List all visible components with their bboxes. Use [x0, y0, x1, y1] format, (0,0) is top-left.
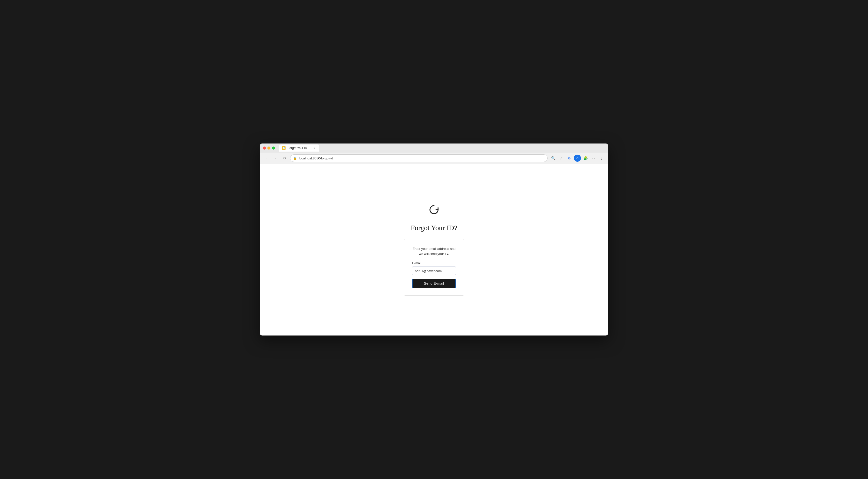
- search-icon: 🔍: [551, 156, 555, 160]
- minimize-button[interactable]: [267, 147, 270, 150]
- email-input[interactable]: [412, 267, 456, 275]
- cast-icon: ▭: [592, 157, 595, 160]
- maximize-button[interactable]: [272, 147, 275, 150]
- active-tab[interactable]: 📄 Forgot Your ID ×: [279, 145, 319, 152]
- lock-icon: 🔒: [293, 157, 297, 160]
- star-icon: ☆: [560, 156, 563, 160]
- reload-icon: ↻: [283, 156, 286, 160]
- cast-button[interactable]: ▭: [590, 155, 597, 162]
- close-button[interactable]: [263, 147, 266, 150]
- bookmark-button[interactable]: ☆: [558, 155, 565, 162]
- email-label: E-mail: [412, 261, 456, 265]
- profile-icon: C: [577, 157, 579, 160]
- extensions-icon: 🧩: [584, 156, 588, 160]
- reload-button[interactable]: ↻: [281, 155, 288, 162]
- tab-favicon: 📄: [282, 146, 285, 150]
- form-description: Enter your email address and we will sen…: [412, 246, 456, 256]
- page-heading: Forgot Your ID?: [411, 224, 457, 232]
- url-text: localhost:8080/forgot-id: [299, 156, 333, 160]
- url-bar[interactable]: 🔒 localhost:8080/forgot-id: [290, 154, 548, 162]
- browser-window: 📄 Forgot Your ID × + ‹ › ↻ 🔒 localhost:8…: [260, 144, 608, 335]
- page-content: Forgot Your ID? Enter your email address…: [260, 164, 608, 335]
- address-bar: ‹ › ↻ 🔒 localhost:8080/forgot-id 🔍 ☆ G C: [260, 153, 608, 164]
- extensions-button[interactable]: 🧩: [582, 155, 589, 162]
- forward-icon: ›: [275, 156, 276, 160]
- traffic-lights: [263, 147, 275, 150]
- menu-icon: ⋮: [600, 156, 603, 160]
- menu-button[interactable]: ⋮: [598, 155, 605, 162]
- page-icon: [427, 204, 441, 220]
- toolbar-icons: 🔍 ☆ G C 🧩 ▭ ⋮: [550, 155, 605, 162]
- send-email-button[interactable]: Send E-mail: [412, 279, 456, 288]
- forward-button[interactable]: ›: [272, 155, 279, 162]
- favicon-char: 📄: [282, 147, 285, 149]
- tab-bar: 📄 Forgot Your ID × +: [279, 145, 605, 152]
- title-bar: 📄 Forgot Your ID × +: [260, 144, 608, 153]
- profile-button[interactable]: C: [574, 155, 581, 162]
- translate-button[interactable]: G: [566, 155, 573, 162]
- tab-title: Forgot Your ID: [287, 146, 310, 150]
- back-icon: ‹: [266, 156, 267, 160]
- form-card: Enter your email address and we will sen…: [404, 239, 464, 296]
- back-button[interactable]: ‹: [263, 155, 270, 162]
- translate-icon: G: [568, 156, 570, 160]
- search-icon-button[interactable]: 🔍: [550, 155, 557, 162]
- new-tab-button[interactable]: +: [320, 145, 328, 152]
- tab-close-button[interactable]: ×: [312, 146, 316, 150]
